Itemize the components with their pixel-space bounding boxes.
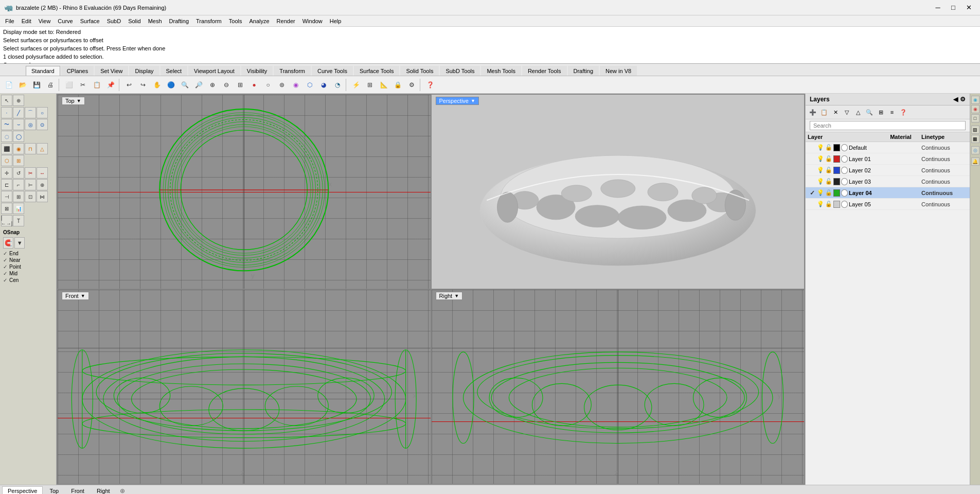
layer-row-02[interactable]: 💡 🔓 Layer 02 Continuous xyxy=(806,165,970,176)
tb-save[interactable]: 💾 xyxy=(30,78,43,92)
menu-tools[interactable]: Tools xyxy=(226,17,245,25)
tb-paste[interactable]: 📌 xyxy=(104,78,117,92)
tb-help[interactable]: ❓ xyxy=(423,78,437,92)
vp-top-label[interactable]: Top ▼ xyxy=(62,97,85,105)
rs-mode3[interactable]: ◎ xyxy=(971,146,979,154)
btab-front[interactable]: Front xyxy=(65,486,90,494)
tb-shade[interactable]: ● xyxy=(247,78,261,92)
lt-curve2[interactable]: ⌣ xyxy=(13,119,24,130)
btab-perspective[interactable]: Perspective xyxy=(2,486,43,494)
layer-color-03[interactable] xyxy=(833,178,840,185)
tab-surface-tools[interactable]: Surface Tools xyxy=(354,66,399,76)
tab-visibility[interactable]: Visibility xyxy=(241,66,273,76)
btab-top[interactable]: Top xyxy=(44,486,64,494)
lt-line[interactable]: ╱ xyxy=(13,107,24,118)
tb-grid[interactable]: ⊞ xyxy=(363,78,377,92)
lt-split[interactable]: ⊢ xyxy=(25,179,36,190)
layer-row-05[interactable]: 💡 🔓 Layer 05 Continuous xyxy=(806,199,970,210)
lt-spiral[interactable]: ◌ xyxy=(1,131,12,142)
osnap-filter[interactable]: ▼ xyxy=(14,237,25,249)
vp-right-label[interactable]: Right ▼ xyxy=(436,292,463,300)
layer-row-default[interactable]: 💡 🔓 Default Continuous xyxy=(806,142,970,153)
layer-mat-05[interactable] xyxy=(841,201,848,208)
tb-zoom[interactable]: 🔍 xyxy=(178,78,191,92)
menu-edit[interactable]: Edit xyxy=(19,17,34,25)
lt-boolean[interactable]: ⊕ xyxy=(37,179,48,190)
tb-undo[interactable]: ↩ xyxy=(122,78,136,92)
layer-row-01[interactable]: 💡 🔓 Layer 01 Continuous xyxy=(806,153,970,165)
menu-transform[interactable]: Transform xyxy=(193,17,225,25)
tb-snap[interactable]: 🔵 xyxy=(164,78,177,92)
tab-setview[interactable]: Set View xyxy=(95,66,128,76)
layer-lock-05[interactable]: 🔓 xyxy=(825,201,832,207)
tb-dim[interactable]: 📐 xyxy=(377,78,390,92)
viewport-perspective[interactable]: Perspective ▼ xyxy=(432,95,805,289)
menu-file[interactable]: File xyxy=(2,17,17,25)
layers-header-settings[interactable]: ⚙ xyxy=(960,96,966,103)
tab-select[interactable]: Select xyxy=(161,66,188,76)
lt-array[interactable]: ⊞ xyxy=(13,191,24,202)
rs-wireframe[interactable]: □ xyxy=(971,114,979,122)
menu-help[interactable]: Help xyxy=(327,17,345,25)
lt-trim[interactable]: ✂ xyxy=(25,167,36,179)
tab-render-tools[interactable]: Render Tools xyxy=(522,66,567,76)
menu-mesh[interactable]: Mesh xyxy=(145,17,165,25)
osnap-near-label[interactable]: Near xyxy=(9,257,21,263)
lt-surface1[interactable]: ⬡ xyxy=(1,155,12,166)
tab-display[interactable]: Display xyxy=(129,66,159,76)
rs-alert[interactable]: 🔔 xyxy=(971,157,979,166)
layer-grid-button[interactable]: ⊞ xyxy=(876,107,886,117)
close-button[interactable]: ✕ xyxy=(961,1,976,15)
tb-env[interactable]: ◔ xyxy=(331,78,344,92)
lt-arc[interactable]: ⌒ xyxy=(25,107,36,118)
layer-delete-button[interactable]: ✕ xyxy=(830,107,841,117)
layer-mat-04[interactable] xyxy=(841,189,848,197)
menu-view[interactable]: View xyxy=(35,17,54,25)
tb-transform[interactable]: ⬜ xyxy=(62,78,76,92)
tab-mesh-tools[interactable]: Mesh Tools xyxy=(481,66,521,76)
osnap-point-label[interactable]: Point xyxy=(9,264,21,270)
tb-zoom3[interactable]: ⊕ xyxy=(206,78,219,92)
layer-color-default[interactable] xyxy=(833,144,840,151)
rs-mode2[interactable]: ▩ xyxy=(971,135,979,143)
lt-cylinder[interactable]: ⊓ xyxy=(25,143,36,154)
layer-vis-default[interactable]: 💡 xyxy=(817,144,824,151)
tb-zoom4[interactable]: ⊖ xyxy=(220,78,233,92)
layer-copy-button[interactable]: 📋 xyxy=(819,107,829,117)
layer-list-button[interactable]: ≡ xyxy=(887,107,897,117)
vp-perspective-label[interactable]: Perspective ▼ xyxy=(436,97,479,105)
rs-material[interactable]: ◉ xyxy=(971,96,979,104)
viewport-right[interactable]: z y Right ▼ xyxy=(432,290,805,484)
tb-settings[interactable]: ⚙ xyxy=(405,78,418,92)
osnap-mid-label[interactable]: Mid xyxy=(9,271,17,276)
lt-dim1[interactable]: |←→| xyxy=(1,215,12,226)
lt-circle[interactable]: ○ xyxy=(37,107,48,118)
layer-vis-02[interactable]: 💡 xyxy=(817,167,824,173)
layer-vis-05[interactable]: 💡 xyxy=(817,201,824,207)
layer-down-button[interactable]: △ xyxy=(853,107,863,117)
menu-curve[interactable]: Curve xyxy=(55,17,76,25)
layer-row-04[interactable]: ✓ 💡 🔓 Layer 04 Continuous xyxy=(806,187,970,199)
tb-wire[interactable]: ○ xyxy=(261,78,275,92)
lt-scale[interactable]: ⊡ xyxy=(25,191,36,202)
tb-render[interactable]: ⊛ xyxy=(275,78,289,92)
tab-cplanes[interactable]: CPlanes xyxy=(61,66,94,76)
tb-light[interactable]: ⚡ xyxy=(349,78,363,92)
menu-subd[interactable]: SubD xyxy=(104,17,124,25)
tb-cut[interactable]: ✂ xyxy=(76,78,90,92)
tb-sphere[interactable]: ◕ xyxy=(317,78,330,92)
tab-standard[interactable]: Standard xyxy=(26,66,60,76)
tb-viewport[interactable]: ⊞ xyxy=(234,78,247,92)
layer-mat-01[interactable] xyxy=(841,155,848,163)
layer-vis-01[interactable]: 💡 xyxy=(817,155,824,162)
tab-curve-tools[interactable]: Curve Tools xyxy=(312,66,353,76)
layer-lock-01[interactable]: 🔓 xyxy=(825,155,832,162)
lt-text[interactable]: T xyxy=(13,215,24,226)
tab-subd-tools[interactable]: SubD Tools xyxy=(440,66,480,76)
tb-color[interactable]: ◉ xyxy=(289,78,302,92)
layer-color-01[interactable] xyxy=(833,155,840,163)
lt-morph[interactable]: ⋈ xyxy=(37,191,48,202)
lt-circle3[interactable]: ⊙ xyxy=(37,119,48,130)
lt-extend[interactable]: ↔ xyxy=(37,167,48,179)
layer-lock-02[interactable]: 🔓 xyxy=(825,167,832,173)
